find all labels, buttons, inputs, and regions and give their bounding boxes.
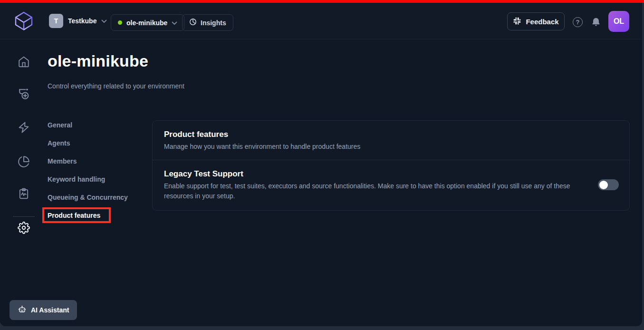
avatar-initials: OL — [614, 17, 624, 26]
section-title: Product features — [164, 130, 618, 139]
chevron-down-icon — [101, 17, 107, 25]
chevron-down-icon — [172, 19, 177, 27]
top-header: T Testkube ole-minikube In — [0, 3, 642, 39]
legacy-test-support-toggle[interactable] — [598, 179, 619, 190]
clipboard-pulse-icon[interactable] — [18, 187, 30, 200]
user-avatar[interactable]: OL — [608, 11, 629, 32]
section-title: Legacy Test Support — [164, 169, 618, 179]
nav-item-queueing-concurrency[interactable]: Queueing & Concurrency — [48, 188, 143, 206]
robot-icon — [18, 305, 27, 315]
help-glyph: ? — [576, 19, 580, 26]
page-title: ole-minikube — [48, 52, 148, 70]
pie-insights-icon — [189, 18, 197, 28]
screen: T Testkube ole-minikube In — [0, 0, 644, 330]
nav-item-product-features[interactable]: Product features — [48, 206, 143, 224]
nav-item-keyword-handling[interactable]: Keyword handling — [48, 170, 143, 188]
testkube-logo[interactable] — [12, 10, 35, 33]
feedback-label: Feedback — [526, 18, 558, 26]
toggle-knob — [599, 181, 608, 189]
insights-label: Insights — [201, 19, 226, 27]
gear-icon[interactable] — [18, 222, 30, 234]
env-name: ole-minikube — [126, 19, 167, 27]
slack-icon — [513, 17, 521, 27]
nav-item-general[interactable]: General — [48, 116, 143, 134]
agent-recording-bar — [0, 0, 644, 3]
rail-divider — [13, 216, 35, 217]
insights-button[interactable]: Insights — [182, 14, 233, 31]
nav-item-members[interactable]: Members — [48, 152, 143, 170]
org-initial-badge: T — [49, 14, 63, 28]
section-description: Enable support for test, test suites, ex… — [164, 181, 585, 201]
workflow-add-icon[interactable] — [17, 87, 30, 100]
section-description: Manage how you want this environment to … — [164, 142, 585, 152]
help-icon[interactable]: ? — [573, 17, 583, 27]
pie-chart-icon[interactable] — [18, 155, 30, 168]
env-status-dot — [118, 20, 122, 25]
home-icon[interactable] — [18, 56, 30, 68]
organization-selector[interactable]: T Testkube — [49, 14, 107, 28]
org-name: Testkube — [68, 17, 96, 25]
ai-assistant-label: AI Assistant — [31, 306, 69, 314]
app-window: T Testkube ole-minikube In — [0, 3, 642, 326]
ai-assistant-button[interactable]: AI Assistant — [10, 300, 77, 320]
environment-selector[interactable]: ole-minikube — [111, 14, 184, 31]
product-features-card: Product features Manage how you want thi… — [152, 120, 630, 211]
main-area: ole-minikube Control everything related … — [0, 39, 642, 326]
settings-nav: General Agents Members Keyword handling … — [48, 116, 143, 224]
bell-icon[interactable] — [591, 17, 601, 27]
feedback-button[interactable]: Feedback — [507, 12, 565, 30]
card-section-product-features: Product features Manage how you want thi… — [153, 121, 629, 160]
card-section-legacy-test-support: Legacy Test Support Enable support for t… — [153, 160, 629, 209]
lightning-icon[interactable] — [18, 121, 30, 134]
page-subtitle: Control everything related to your envir… — [48, 82, 184, 90]
nav-item-agents[interactable]: Agents — [48, 134, 143, 152]
